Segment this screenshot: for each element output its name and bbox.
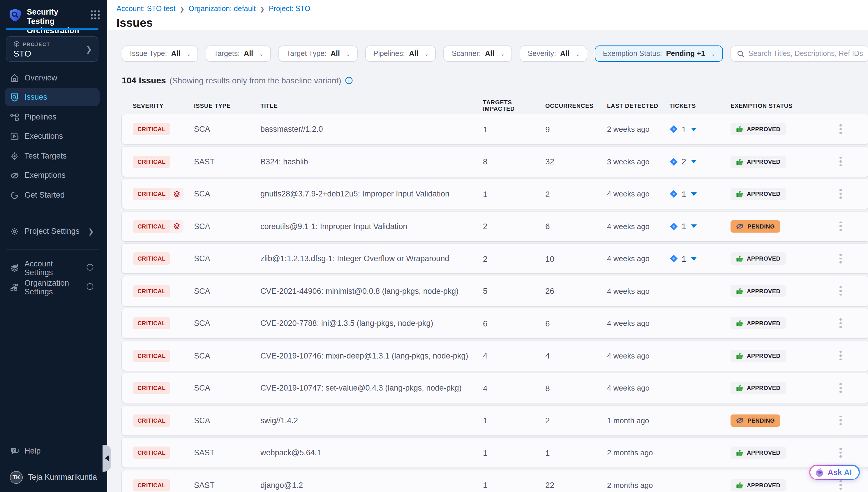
targets-impacted: 6 (483, 319, 545, 328)
thumbs-up-icon (736, 352, 743, 360)
filter-scanner[interactable]: Scanner:All ⌄ (444, 46, 512, 62)
exemption-status-badge: PENDING (731, 220, 780, 232)
ticket-dropdown[interactable]: 1 (669, 254, 731, 263)
thumbs-up-icon (736, 481, 743, 489)
targets-impacted: 1 (483, 448, 545, 457)
table-row[interactable]: CRITICAL SCA coreutils@9.1-1: Improper I… (122, 211, 868, 241)
issue-title: CVE-2019-10747: set-value@0.4.3 (lang-pk… (260, 384, 483, 392)
chevron-separator-icon: ❯ (179, 5, 184, 12)
issue-title: gnutls28@3.7.9-2+deb12u5: Improper Input… (260, 190, 483, 198)
filter-exemption-status[interactable]: Exemption Status:Pending +1 ⌄ (595, 46, 723, 62)
sidebar-item-account-settings[interactable]: Account Settings (5, 259, 100, 277)
table-row[interactable]: CRITICAL SAST webpack@5.64.1 1 1 2 month… (122, 438, 868, 468)
table-row[interactable]: CRITICAL SCA gnutls28@3.7.9-2+deb12u5: I… (122, 179, 868, 209)
breadcrumb: Account: STO test ❯ Organization: defaul… (116, 5, 868, 13)
table-row[interactable]: CRITICAL SCA CVE-2021-44906: minimist@0.… (122, 276, 868, 306)
issue-type: SCA (194, 190, 260, 198)
thumbs-up-icon (736, 319, 743, 327)
jira-icon (669, 254, 678, 263)
filter-target-type[interactable]: Target Type:All ⌄ (279, 46, 358, 62)
row-menu-button[interactable] (835, 120, 846, 138)
filter-pipelines[interactable]: Pipelines:All ⌄ (365, 46, 436, 62)
issue-title: django@1.2 (260, 481, 483, 489)
row-menu-button[interactable] (835, 185, 846, 202)
row-menu-button[interactable] (835, 347, 846, 364)
stacked-issues-icon (170, 220, 184, 232)
row-menu-button[interactable] (835, 250, 846, 267)
sidebar-item-help[interactable]: ? Help (5, 442, 100, 460)
targets-impacted: 2 (483, 222, 545, 231)
row-menu-button[interactable] (835, 444, 846, 461)
last-detected: 4 weeks ago (607, 384, 669, 392)
ticket-dropdown[interactable]: 1 (669, 222, 731, 231)
sidebar-item-label: Exemptions (24, 171, 65, 179)
ticket-dropdown[interactable]: 2 (669, 157, 731, 166)
table-row[interactable]: CRITICAL SCA CVE-2019-10746: mixin-deep@… (122, 341, 868, 370)
sidebar-item-organization-settings[interactable]: Organization Settings (5, 278, 100, 296)
sidebar-item-label: Get Started (24, 191, 65, 199)
ask-ai-button[interactable]: Ask AI (809, 465, 860, 480)
table-row[interactable]: CRITICAL SAST django@1.2 1 22 2 months a… (122, 470, 868, 492)
user-menu[interactable]: TK Teja Kummarikuntla (5, 468, 100, 486)
exemption-status-badge: APPROVED (731, 285, 786, 297)
project-selector[interactable]: PROJECT STO ❯ (6, 36, 99, 62)
row-menu-button[interactable] (835, 412, 846, 429)
search-box (730, 46, 868, 62)
table-row[interactable]: CRITICAL SAST B324: hashlib 8 32 3 weeks… (122, 147, 868, 176)
severity-badge: CRITICAL (133, 123, 170, 135)
jira-icon (669, 157, 678, 166)
get-started-icon (10, 190, 19, 200)
sidebar-item-overview[interactable]: Overview (5, 69, 100, 87)
search-icon (737, 50, 744, 57)
issue-title: zlib@1:1.2.13.dfsg-1: Integer Overflow o… (260, 254, 483, 263)
sidebar-item-executions[interactable]: Executions (5, 127, 100, 145)
occurrences: 8 (545, 383, 607, 393)
sidebar-collapse-handle[interactable] (103, 445, 111, 472)
table-row[interactable]: CRITICAL SCA CVE-2019-10747: set-value@0… (122, 373, 868, 403)
breadcrumb-account[interactable]: Account: STO test (116, 5, 175, 13)
issue-title: coreutils@9.1-1: Improper Input Validati… (260, 222, 483, 230)
row-menu-button[interactable] (835, 379, 846, 397)
sidebar-item-issues[interactable]: Issues (5, 88, 100, 106)
filter-severity[interactable]: Severity:All ⌄ (520, 46, 587, 62)
exemption-status-badge: APPROVED (731, 123, 786, 135)
breadcrumb-organization[interactable]: Organization: default (188, 5, 256, 13)
page-title: Issues (116, 16, 868, 30)
row-menu-button[interactable] (835, 153, 846, 170)
app-grid-icon[interactable] (90, 10, 100, 20)
sidebar-item-project-settings[interactable]: Project Settings ❯ (5, 222, 100, 240)
table-header: SEVERITY ISSUE TYPE TITLE TARGETS IMPACT… (122, 99, 868, 112)
info-icon[interactable] (345, 76, 353, 84)
row-menu-button[interactable] (835, 315, 846, 332)
issue-title: CVE-2019-10746: mixin-deep@1.3.1 (lang-p… (260, 351, 483, 360)
ask-ai-label: Ask AI (827, 468, 852, 476)
jira-icon (669, 125, 678, 133)
sidebar-item-test-targets[interactable]: Test Targets (5, 147, 100, 165)
table-row[interactable]: CRITICAL SCA CVE-2020-7788: ini@1.3.5 (l… (122, 309, 868, 338)
table-row[interactable]: CRITICAL SCA zlib@1:1.2.13.dfsg-1: Integ… (122, 244, 868, 273)
table-row[interactable]: CRITICAL SCA bassmaster//1.2.0 1 9 2 wee… (122, 114, 868, 144)
occurrences: 26 (545, 286, 607, 296)
filter-issue-type[interactable]: Issue Type:All ⌄ (122, 46, 198, 62)
sidebar-item-get-started[interactable]: Get Started (5, 186, 100, 204)
issue-type: SAST (194, 448, 260, 457)
ticket-dropdown[interactable]: 1 (669, 189, 731, 198)
issue-type: SCA (194, 416, 260, 425)
targets-impacted: 4 (483, 351, 545, 360)
severity-badge: CRITICAL (133, 349, 170, 362)
project-label: PROJECT (23, 41, 50, 47)
sidebar-item-exemptions[interactable]: Exemptions (5, 166, 100, 184)
row-menu-button[interactable] (835, 282, 846, 300)
app-title: Security Testing Orchestration (27, 7, 86, 35)
issues-count-note: (Showing results only from the baseline … (169, 75, 341, 85)
row-menu-button[interactable] (835, 217, 846, 235)
sidebar-item-label: Pipelines (24, 113, 56, 121)
table-row[interactable]: CRITICAL SCA swig//1.4.2 1 2 1 month ago (122, 405, 868, 435)
sidebar-item-label: Organization Settings (24, 278, 81, 296)
occurrences: 6 (545, 319, 607, 328)
ticket-dropdown[interactable]: 1 (669, 124, 731, 134)
filter-targets[interactable]: Targets:All ⌄ (206, 46, 271, 62)
search-input[interactable] (748, 50, 863, 58)
breadcrumb-project[interactable]: Project: STO (269, 5, 311, 13)
sidebar-item-pipelines[interactable]: Pipelines (5, 108, 100, 126)
